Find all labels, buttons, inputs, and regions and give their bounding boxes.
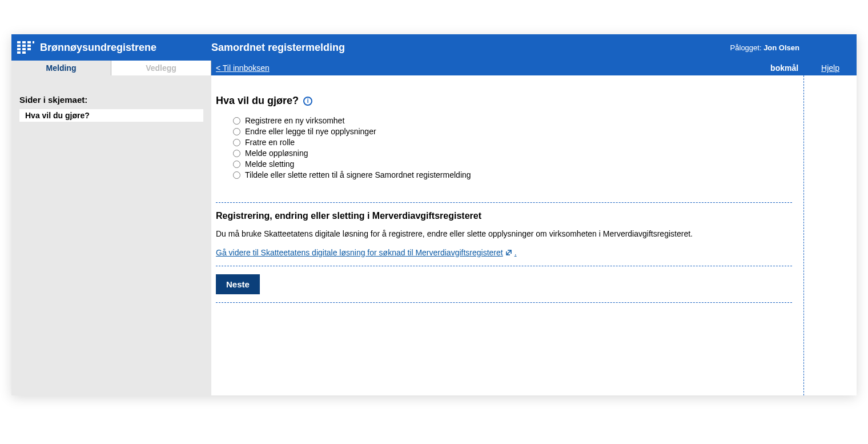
- inbox-link[interactable]: < Til innboksen: [216, 63, 270, 73]
- svg-rect-11: [22, 51, 26, 54]
- radio-resign-role[interactable]: [233, 139, 240, 146]
- content-inner: Hva vil du gjøre? i Registrere en ny vir…: [211, 75, 804, 395]
- mva-heading: Registrering, endring eller sletting i M…: [216, 211, 792, 221]
- sidebar-item-current[interactable]: Hva vil du gjøre?: [19, 109, 203, 122]
- options: Registrere en ny virksomhet Endre eller …: [216, 116, 792, 179]
- tab-vedlegg[interactable]: Vedlegg: [111, 61, 211, 75]
- tab-melding[interactable]: Melding: [11, 61, 111, 75]
- language-selector[interactable]: bokmål: [770, 63, 798, 73]
- option-register-new[interactable]: Registrere en ny virksomhet: [233, 116, 792, 125]
- svg-rect-1: [22, 41, 26, 43]
- app-shell: Brønnøysundregistrene Samordnet register…: [11, 34, 857, 395]
- subheader-right: bokmål Hjelp: [770, 61, 857, 75]
- sidebar: Sider i skjemaet: Hva vil du gjøre?: [11, 75, 211, 395]
- content: Hva vil du gjøre? i Registrere en ny vir…: [211, 75, 857, 395]
- svg-rect-8: [22, 48, 26, 50]
- mva-external-link[interactable]: Gå videre til Skatteetatens digitale løs…: [216, 248, 517, 257]
- question-title: Hva vil du gjøre?: [216, 95, 299, 107]
- option-label: Registrere en ny virksomhet: [245, 116, 344, 125]
- svg-rect-3: [33, 41, 34, 43]
- radio-deletion[interactable]: [233, 161, 240, 168]
- sidebar-title: Sider i skjemaet:: [19, 95, 203, 105]
- svg-rect-7: [17, 48, 21, 50]
- radio-register-new[interactable]: [233, 117, 240, 125]
- header: Brønnøysundregistrene Samordnet register…: [11, 34, 857, 61]
- subheader: Melding Vedlegg < Til innboksen bokmål H…: [11, 61, 857, 75]
- option-deletion[interactable]: Melde sletting: [233, 159, 792, 169]
- page-title: Samordnet registermelding: [211, 42, 730, 54]
- brand-name: Brønnøysundregistrene: [40, 42, 156, 54]
- mva-section: Registrering, endring eller sletting i M…: [216, 202, 792, 266]
- radio-dissolution[interactable]: [233, 150, 240, 157]
- right-gutter: [804, 75, 857, 395]
- option-signing-rights[interactable]: Tildele eller slette retten til å signer…: [233, 170, 792, 179]
- option-label: Endre eller legge til nye opplysninger: [245, 127, 376, 136]
- radio-change-info[interactable]: [233, 128, 240, 135]
- main: Sider i skjemaet: Hva vil du gjøre? Hva …: [11, 75, 857, 395]
- brand-logo-icon: [17, 41, 34, 54]
- svg-rect-6: [27, 45, 31, 47]
- help-link[interactable]: Hjelp: [821, 63, 839, 73]
- external-link-icon: [505, 249, 512, 256]
- logged-in-prefix: Pålogget:: [730, 43, 764, 52]
- question-row: Hva vil du gjøre? i: [216, 95, 792, 107]
- period: .: [515, 248, 517, 257]
- header-left: Brønnøysundregistrene: [11, 41, 211, 54]
- svg-rect-9: [27, 48, 31, 50]
- option-resign-role[interactable]: Fratre en rolle: [233, 138, 792, 147]
- tabs: Melding Vedlegg: [11, 61, 211, 75]
- svg-rect-4: [17, 45, 21, 47]
- user-name: Jon Olsen: [763, 43, 799, 52]
- svg-rect-0: [17, 41, 21, 43]
- mva-link-text: Gå videre til Skatteetatens digitale løs…: [216, 248, 503, 257]
- svg-rect-2: [27, 41, 31, 43]
- subheader-blue: < Til innboksen: [211, 61, 770, 75]
- option-label: Fratre en rolle: [245, 138, 295, 147]
- info-icon[interactable]: i: [303, 97, 312, 106]
- svg-rect-5: [22, 45, 26, 47]
- mva-text: Du må bruke Skatteetatens digitale løsni…: [216, 229, 792, 238]
- option-label: Tildele eller slette retten til å signer…: [245, 170, 471, 179]
- option-change-info[interactable]: Endre eller legge til nye opplysninger: [233, 127, 792, 136]
- button-row: Neste: [216, 266, 792, 303]
- option-label: Melde oppløsning: [245, 149, 308, 158]
- logged-in-user: Pålogget: Jon Olsen: [730, 43, 857, 52]
- radio-signing-rights[interactable]: [233, 171, 240, 179]
- option-dissolution[interactable]: Melde oppløsning: [233, 149, 792, 158]
- option-label: Melde sletting: [245, 159, 294, 169]
- svg-rect-10: [17, 51, 21, 54]
- next-button[interactable]: Neste: [216, 274, 260, 294]
